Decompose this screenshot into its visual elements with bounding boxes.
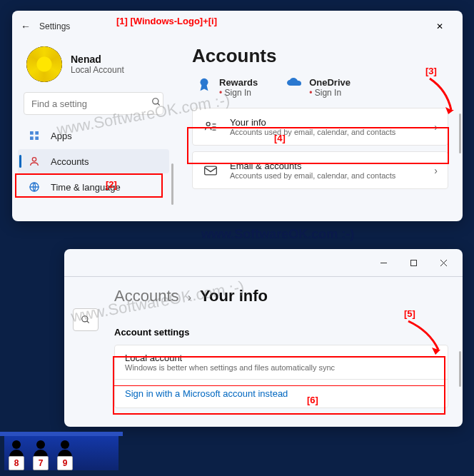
account-settings-box: Local account Windows is better when set… xyxy=(114,345,448,408)
breadcrumb-current: Your info xyxy=(200,287,268,305)
back-button[interactable]: ← xyxy=(21,21,31,32)
svg-rect-13 xyxy=(205,166,217,175)
user-account-type: Local Account xyxy=(71,65,124,75)
breadcrumb-parent[interactable]: Accounts xyxy=(114,287,179,305)
avatar xyxy=(26,46,62,82)
judges-graphic: 8 7 9 xyxy=(4,440,77,470)
onedrive-card[interactable]: OneDrive Sign In xyxy=(286,77,351,98)
nav-item-accounts[interactable]: Accounts xyxy=(18,149,169,173)
sidebar-scrollbar[interactable] xyxy=(171,163,173,205)
chevron-right-icon: › xyxy=(188,291,191,303)
row-sub: Windows is better when settings and file… xyxy=(125,363,438,372)
titlebar: ← Settings ✕ xyxy=(12,11,463,42)
svg-rect-3 xyxy=(35,131,39,135)
svg-point-18 xyxy=(82,316,88,322)
svg-point-0 xyxy=(153,98,158,104)
sign-in-microsoft-link[interactable]: Sign in with a Microsoft account instead xyxy=(115,380,448,407)
section-heading: Account settings xyxy=(114,327,448,338)
user-name: Nenad xyxy=(71,54,124,65)
sidebar xyxy=(64,277,107,427)
svg-rect-15 xyxy=(410,260,416,265)
window-title: Settings xyxy=(39,21,70,31)
your-info-icon xyxy=(203,120,218,134)
svg-rect-5 xyxy=(35,136,39,140)
svg-line-19 xyxy=(87,321,89,323)
svg-line-1 xyxy=(158,103,160,106)
your-info-window: Accounts › Your info Account settings Lo… xyxy=(64,249,463,427)
apps-icon xyxy=(28,129,41,142)
content-scrollbar[interactable] xyxy=(459,351,461,387)
rewards-title: Rewards xyxy=(219,77,258,88)
rewards-sub: Sign In xyxy=(219,88,258,98)
row-title: Local account xyxy=(125,353,438,363)
search-box[interactable] xyxy=(24,92,163,115)
breadcrumb: Accounts › Your info xyxy=(114,287,448,305)
nav-label: Accounts xyxy=(51,156,89,167)
local-account-row: Local account Windows is better when set… xyxy=(115,345,448,379)
judge-score: 8 xyxy=(9,456,24,470)
search-icon xyxy=(151,97,161,110)
sidebar: Nenad Local Account Apps xyxy=(12,42,175,221)
onedrive-sub: Sign In xyxy=(309,88,351,98)
nav-list: Apps Accounts Time & language xyxy=(18,123,169,199)
svg-point-6 xyxy=(32,158,36,161)
accounts-icon xyxy=(28,155,41,168)
page-heading: Accounts xyxy=(192,45,448,67)
maximize-button[interactable] xyxy=(398,252,428,273)
tile-title: Your info xyxy=(230,117,434,128)
nav-label: Apps xyxy=(51,131,72,141)
content-panel: Accounts Rewards Sign In On xyxy=(175,42,463,221)
settings-window: ← Settings ✕ Nenad Local Account xyxy=(12,11,463,221)
nav-item-time[interactable]: Time & language xyxy=(18,175,169,199)
svg-point-9 xyxy=(206,122,210,126)
nav-item-apps[interactable]: Apps xyxy=(18,123,169,148)
close-button[interactable]: ✕ xyxy=(425,16,454,36)
svg-rect-4 xyxy=(30,136,34,140)
rewards-card[interactable]: Rewards Sign In xyxy=(196,77,258,98)
your-info-tile[interactable]: Your info Accounts used by email, calend… xyxy=(192,108,448,146)
rewards-icon xyxy=(196,77,212,93)
tile-title: Email & accounts xyxy=(230,161,434,171)
chevron-right-icon: › xyxy=(434,121,438,133)
chevron-right-icon: › xyxy=(434,165,438,176)
tile-sub: Accounts used by email, calendar, and co… xyxy=(230,128,434,136)
onedrive-title: OneDrive xyxy=(309,77,351,88)
onedrive-icon xyxy=(286,77,302,93)
nav-label: Time & language xyxy=(51,182,121,193)
svg-point-8 xyxy=(201,79,208,86)
content-panel: Accounts › Your info Account settings Lo… xyxy=(107,277,463,427)
content-scrollbar[interactable] xyxy=(459,113,461,153)
time-icon xyxy=(28,181,41,193)
user-profile[interactable]: Nenad Local Account xyxy=(18,42,169,92)
minimize-button[interactable] xyxy=(368,252,398,273)
email-icon xyxy=(203,165,218,176)
watermark-bold: www.SoftwareOK.com :-) xyxy=(201,227,354,242)
close-button[interactable] xyxy=(428,252,458,273)
search-button[interactable] xyxy=(73,308,99,331)
tile-sub: Accounts used by email, calendar, and co… xyxy=(230,171,434,180)
titlebar xyxy=(64,249,463,277)
judge-score: 7 xyxy=(33,456,49,470)
judge-score: 9 xyxy=(57,456,73,470)
email-accounts-tile[interactable]: Email & accounts Accounts used by email,… xyxy=(192,151,448,189)
svg-rect-2 xyxy=(30,131,34,135)
search-input[interactable] xyxy=(31,98,151,109)
